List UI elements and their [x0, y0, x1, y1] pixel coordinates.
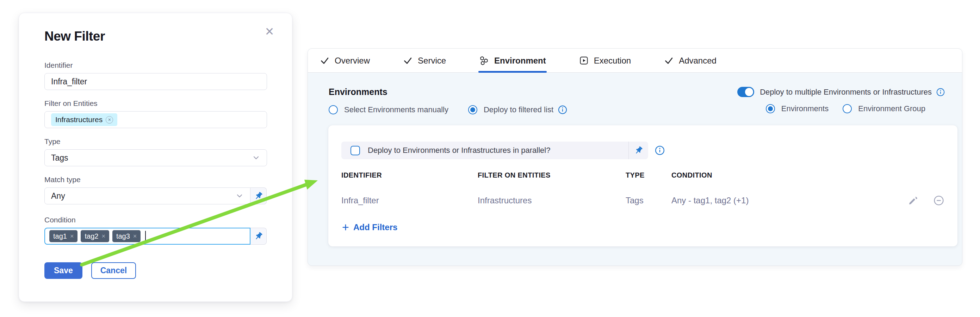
edit-filter-button[interactable] [908, 195, 918, 206]
table-row: Infra_filter Infrastructures Tags Any - … [341, 195, 944, 206]
condition-field-group: Condition tag1 × tag2 × tag3 × [45, 216, 267, 245]
text-cursor [145, 231, 146, 242]
modal-buttons: Save Cancel [45, 262, 267, 279]
entities-input[interactable]: Infrastructures × [45, 111, 267, 128]
hexagons-icon [479, 56, 489, 66]
radio-environment-group-label: Environment Group [858, 104, 925, 113]
tab-environment[interactable]: Environment [479, 49, 546, 72]
tab-label: Execution [594, 56, 631, 66]
tab-service[interactable]: Service [403, 49, 446, 72]
deploy-multiple-toggle[interactable] [737, 87, 754, 97]
tab-label: Advanced [679, 56, 716, 66]
radio-deploy-filtered[interactable] [468, 105, 477, 114]
identifier-label: Identifier [45, 61, 267, 70]
info-icon[interactable] [654, 145, 665, 156]
parallel-checkbox[interactable] [350, 146, 360, 155]
radio-environment-group[interactable] [843, 104, 852, 113]
remove-filter-button[interactable] [933, 195, 944, 206]
condition-tag-chip: tag2 × [81, 230, 109, 242]
add-filters-label: Add Filters [353, 223, 397, 232]
environment-tab-content: Environments Select Environments manuall… [308, 73, 962, 247]
pin-icon [254, 231, 264, 241]
type-label: Type [45, 137, 267, 146]
radio-deploy-filtered-label: Deploy to filtered list [484, 105, 554, 114]
radio-environments[interactable] [766, 104, 775, 113]
match-type-label: Match type [45, 175, 267, 184]
cancel-button[interactable]: Cancel [91, 262, 136, 279]
chip-remove-icon[interactable]: × [106, 116, 113, 123]
info-icon[interactable] [936, 88, 945, 97]
filters-table: IDENTIFIER FILTER ON ENTITIES TYPE CONDI… [341, 171, 944, 206]
tag-remove-icon[interactable]: × [102, 233, 105, 239]
parallel-option-bar: Deploy to Environments or Infrastructure… [341, 142, 648, 159]
parallel-checkbox-label: Deploy to Environments or Infrastructure… [368, 146, 550, 155]
entities-chip: Infrastructures × [51, 113, 117, 126]
condition-input[interactable]: tag1 × tag2 × tag3 × [45, 228, 250, 245]
tag-remove-icon[interactable]: × [70, 233, 74, 239]
active-tab-underline [478, 71, 547, 73]
env-right-block: Deploy to multiple Environments or Infra… [737, 87, 945, 115]
tag-label: tag3 [116, 232, 130, 240]
identifier-field-group: Identifier Infra_filter [45, 61, 267, 90]
condition-label: Condition [45, 216, 267, 224]
save-button[interactable]: Save [45, 262, 83, 279]
parallel-pin-button[interactable] [629, 146, 648, 155]
env-left-block: Environments Select Environments manuall… [329, 87, 568, 115]
entities-chip-label: Infrastructures [55, 115, 102, 124]
entities-field-group: Filter on Entities Infrastructures × [45, 99, 267, 128]
tab-execution[interactable]: Execution [579, 49, 631, 72]
check-icon [403, 56, 412, 65]
radio-select-manually-label: Select Environments manually [344, 105, 449, 114]
identifier-input[interactable]: Infra_filter [45, 73, 267, 90]
row-entities: Infrastructures [478, 195, 625, 205]
tag-label: tag1 [53, 232, 67, 240]
play-box-icon [579, 56, 589, 65]
condition-pin-button[interactable] [250, 228, 267, 245]
col-type: TYPE [625, 171, 671, 179]
check-icon [664, 56, 673, 65]
modal-title: New Filter [45, 29, 267, 43]
filters-table-header: IDENTIFIER FILTER ON ENTITIES TYPE CONDI… [341, 171, 944, 179]
radio-select-manually[interactable] [329, 105, 338, 114]
tab-overview[interactable]: Overview [320, 49, 370, 72]
plus-icon [341, 223, 350, 232]
close-icon[interactable]: × [262, 24, 277, 39]
col-identifier: IDENTIFIER [341, 171, 478, 179]
col-condition: CONDITION [671, 171, 902, 179]
col-entities: FILTER ON ENTITIES [478, 171, 625, 179]
row-type: Tags [625, 195, 671, 205]
minus-circle-icon [933, 195, 944, 206]
match-type-select[interactable]: Any [45, 187, 250, 204]
environments-heading: Environments [329, 87, 568, 97]
filters-card: Deploy to Environments or Infrastructure… [328, 125, 958, 247]
chevron-down-icon [235, 192, 244, 200]
deploy-multiple-toggle-label: Deploy to multiple Environments or Infra… [760, 88, 932, 97]
match-type-field-group: Match type Any [45, 175, 267, 204]
identifier-value: Infra_filter [51, 77, 87, 86]
type-value: Tags [51, 153, 68, 163]
add-filters-button[interactable]: Add Filters [341, 223, 397, 232]
match-type-pin-button[interactable] [250, 187, 267, 204]
chevron-down-icon [252, 154, 260, 162]
tag-remove-icon[interactable]: × [133, 233, 137, 239]
row-identifier: Infra_filter [341, 195, 478, 205]
env-target-radio-group: Environments Environment Group [737, 104, 945, 113]
type-field-group: Type Tags [45, 137, 267, 166]
pipeline-stage-panel: Overview Service Environment Execution A… [307, 48, 963, 266]
stage-tabbar: Overview Service Environment Execution A… [308, 49, 962, 73]
match-type-value: Any [51, 191, 65, 201]
condition-tag-chip: tag1 × [49, 230, 78, 242]
type-select[interactable]: Tags [45, 149, 267, 166]
tab-label: Service [418, 56, 446, 66]
row-condition: Any - tag1, tag2 (+1) [671, 195, 902, 205]
condition-tag-chip: tag3 × [112, 230, 140, 242]
row-actions [902, 195, 944, 206]
tab-advanced[interactable]: Advanced [664, 49, 716, 72]
tab-label: Overview [335, 56, 370, 66]
check-icon [320, 56, 329, 65]
new-filter-modal: × New Filter Identifier Infra_filter Fil… [19, 13, 293, 302]
pin-icon [254, 191, 264, 201]
radio-environments-label: Environments [781, 104, 829, 113]
tag-label: tag2 [84, 232, 98, 240]
info-icon[interactable] [558, 105, 568, 115]
